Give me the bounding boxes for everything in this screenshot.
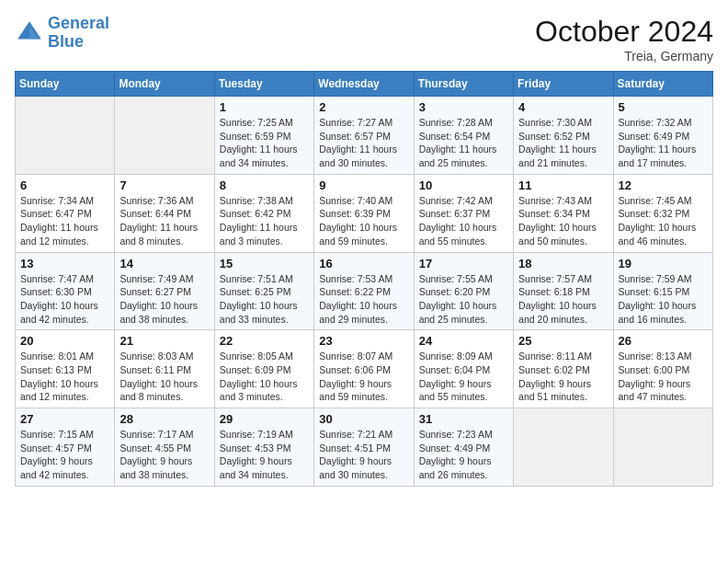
day-info: Sunrise: 7:38 AM Sunset: 6:42 PM Dayligh…: [220, 194, 309, 248]
day-number: 10: [419, 178, 508, 192]
day-header-sunday: Sunday: [16, 72, 115, 97]
day-info: Sunrise: 8:09 AM Sunset: 6:04 PM Dayligh…: [419, 350, 508, 404]
calendar-cell: 1Sunrise: 7:25 AM Sunset: 6:59 PM Daylig…: [214, 97, 313, 175]
day-number: 14: [119, 257, 209, 270]
calendar-cell: 6Sunrise: 7:34 AM Sunset: 6:47 PM Daylig…: [16, 174, 115, 252]
day-header-tuesday: Tuesday: [214, 72, 313, 97]
day-header-thursday: Thursday: [414, 72, 513, 97]
logo-line1: General: [48, 14, 109, 32]
svg-marker-1: [29, 26, 39, 39]
day-info: Sunrise: 7:51 AM Sunset: 6:25 PM Dayligh…: [220, 272, 309, 327]
day-info: Sunrise: 7:15 AM Sunset: 4:57 PM Dayligh…: [20, 428, 109, 482]
day-info: Sunrise: 7:23 AM Sunset: 4:49 PM Dayligh…: [419, 428, 508, 482]
calendar-cell: [16, 97, 115, 175]
calendar-cell: 4Sunrise: 7:30 AM Sunset: 6:52 PM Daylig…: [514, 97, 613, 175]
week-row-5: 27Sunrise: 7:15 AM Sunset: 4:57 PM Dayli…: [16, 408, 713, 487]
day-number: 25: [518, 334, 608, 348]
calendar-cell: 11Sunrise: 7:43 AM Sunset: 6:34 PM Dayli…: [514, 174, 613, 252]
day-info: Sunrise: 7:32 AM Sunset: 6:49 PM Dayligh…: [619, 116, 708, 170]
calendar-cell: 24Sunrise: 8:09 AM Sunset: 6:04 PM Dayli…: [414, 330, 513, 408]
day-info: Sunrise: 7:59 AM Sunset: 6:15 PM Dayligh…: [619, 272, 708, 327]
day-number: 9: [319, 178, 408, 192]
calendar-cell: 14Sunrise: 7:49 AM Sunset: 6:27 PM Dayli…: [115, 252, 214, 330]
day-info: Sunrise: 7:34 AM Sunset: 6:47 PM Dayligh…: [20, 194, 109, 248]
calendar-cell: 5Sunrise: 7:32 AM Sunset: 6:49 PM Daylig…: [613, 97, 712, 175]
calendar-cell: 21Sunrise: 8:03 AM Sunset: 6:11 PM Dayli…: [115, 330, 214, 408]
day-info: Sunrise: 8:11 AM Sunset: 6:02 PM Dayligh…: [518, 350, 608, 404]
day-number: 3: [419, 100, 508, 114]
day-number: 24: [419, 334, 508, 348]
day-number: 31: [419, 412, 508, 426]
days-header-row: SundayMondayTuesdayWednesdayThursdayFrid…: [16, 72, 713, 97]
calendar-cell: 18Sunrise: 7:57 AM Sunset: 6:18 PM Dayli…: [514, 252, 613, 330]
day-number: 22: [220, 334, 309, 348]
calendar-cell: 28Sunrise: 7:17 AM Sunset: 4:55 PM Dayli…: [115, 408, 214, 487]
week-row-1: 1Sunrise: 7:25 AM Sunset: 6:59 PM Daylig…: [16, 97, 713, 175]
day-number: 2: [319, 100, 408, 114]
calendar-cell: [115, 97, 214, 175]
calendar-cell: [613, 408, 712, 487]
calendar-cell: 19Sunrise: 7:59 AM Sunset: 6:15 PM Dayli…: [613, 252, 712, 330]
day-number: 20: [20, 334, 109, 348]
day-number: 11: [518, 178, 608, 192]
day-info: Sunrise: 8:07 AM Sunset: 6:06 PM Dayligh…: [319, 350, 408, 404]
day-info: Sunrise: 8:01 AM Sunset: 6:13 PM Dayligh…: [20, 350, 109, 404]
day-info: Sunrise: 7:55 AM Sunset: 6:20 PM Dayligh…: [419, 272, 508, 327]
calendar-cell: 15Sunrise: 7:51 AM Sunset: 6:25 PM Dayli…: [214, 252, 313, 330]
day-number: 1: [220, 100, 309, 114]
calendar-cell: [514, 408, 613, 487]
day-number: 30: [319, 412, 408, 426]
calendar-cell: 25Sunrise: 8:11 AM Sunset: 6:02 PM Dayli…: [514, 330, 613, 408]
day-info: Sunrise: 7:40 AM Sunset: 6:39 PM Dayligh…: [319, 194, 408, 248]
week-row-3: 13Sunrise: 7:47 AM Sunset: 6:30 PM Dayli…: [16, 252, 713, 330]
calendar-cell: 22Sunrise: 8:05 AM Sunset: 6:09 PM Dayli…: [214, 330, 313, 408]
day-number: 26: [619, 334, 708, 348]
day-info: Sunrise: 7:57 AM Sunset: 6:18 PM Dayligh…: [518, 272, 608, 327]
day-info: Sunrise: 7:25 AM Sunset: 6:59 PM Dayligh…: [220, 116, 309, 170]
logo-text: General Blue: [48, 15, 109, 52]
calendar-cell: 16Sunrise: 7:53 AM Sunset: 6:22 PM Dayli…: [314, 252, 414, 330]
day-info: Sunrise: 7:42 AM Sunset: 6:37 PM Dayligh…: [419, 194, 508, 248]
day-number: 13: [20, 257, 109, 270]
day-number: 5: [619, 100, 708, 114]
day-number: 29: [220, 412, 309, 426]
logo: General Blue: [15, 15, 109, 52]
day-number: 28: [119, 412, 209, 426]
day-info: Sunrise: 8:13 AM Sunset: 6:00 PM Dayligh…: [619, 350, 708, 404]
location-subtitle: Treia, Germany: [535, 49, 713, 63]
title-block: October 2024 Treia, Germany: [535, 15, 713, 63]
calendar-cell: 31Sunrise: 7:23 AM Sunset: 4:49 PM Dayli…: [414, 408, 513, 487]
day-header-wednesday: Wednesday: [314, 72, 414, 97]
month-title: October 2024: [535, 15, 713, 49]
day-info: Sunrise: 7:47 AM Sunset: 6:30 PM Dayligh…: [20, 272, 109, 327]
day-info: Sunrise: 7:36 AM Sunset: 6:44 PM Dayligh…: [119, 194, 209, 248]
day-info: Sunrise: 7:27 AM Sunset: 6:57 PM Dayligh…: [319, 116, 408, 170]
calendar-cell: 26Sunrise: 8:13 AM Sunset: 6:00 PM Dayli…: [613, 330, 712, 408]
day-number: 21: [119, 334, 209, 348]
week-row-4: 20Sunrise: 8:01 AM Sunset: 6:13 PM Dayli…: [16, 330, 713, 408]
calendar-cell: 13Sunrise: 7:47 AM Sunset: 6:30 PM Dayli…: [16, 252, 115, 330]
logo-line2: Blue: [48, 32, 84, 51]
calendar-cell: 8Sunrise: 7:38 AM Sunset: 6:42 PM Daylig…: [214, 174, 313, 252]
day-number: 16: [319, 257, 408, 270]
day-number: 8: [220, 178, 309, 192]
day-info: Sunrise: 7:30 AM Sunset: 6:52 PM Dayligh…: [518, 116, 608, 170]
day-info: Sunrise: 7:43 AM Sunset: 6:34 PM Dayligh…: [518, 194, 608, 248]
calendar-cell: 29Sunrise: 7:19 AM Sunset: 4:53 PM Dayli…: [214, 408, 313, 487]
calendar-cell: 23Sunrise: 8:07 AM Sunset: 6:06 PM Dayli…: [314, 330, 414, 408]
calendar-cell: 30Sunrise: 7:21 AM Sunset: 4:51 PM Dayli…: [314, 408, 414, 487]
day-info: Sunrise: 8:05 AM Sunset: 6:09 PM Dayligh…: [220, 350, 309, 404]
day-number: 4: [518, 100, 608, 114]
day-header-monday: Monday: [115, 72, 214, 97]
day-info: Sunrise: 8:03 AM Sunset: 6:11 PM Dayligh…: [119, 350, 209, 404]
day-info: Sunrise: 7:21 AM Sunset: 4:51 PM Dayligh…: [319, 428, 408, 482]
day-info: Sunrise: 7:17 AM Sunset: 4:55 PM Dayligh…: [119, 428, 209, 482]
day-header-saturday: Saturday: [613, 72, 712, 97]
calendar-cell: 12Sunrise: 7:45 AM Sunset: 6:32 PM Dayli…: [613, 174, 712, 252]
day-number: 12: [619, 178, 708, 192]
calendar-cell: 17Sunrise: 7:55 AM Sunset: 6:20 PM Dayli…: [414, 252, 513, 330]
calendar-cell: 20Sunrise: 8:01 AM Sunset: 6:13 PM Dayli…: [16, 330, 115, 408]
day-info: Sunrise: 7:45 AM Sunset: 6:32 PM Dayligh…: [619, 194, 708, 248]
day-number: 27: [20, 412, 109, 426]
day-number: 23: [319, 334, 408, 348]
